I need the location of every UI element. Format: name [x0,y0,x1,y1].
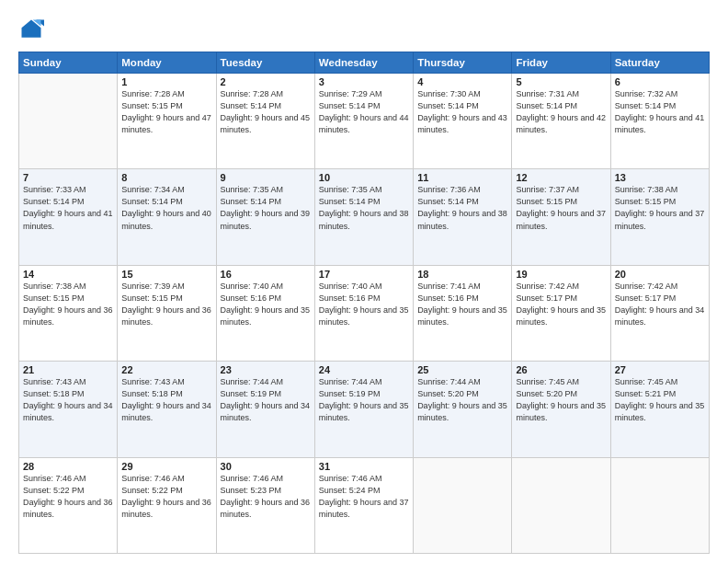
day-cell: 23Sunrise: 7:44 AM Sunset: 5:19 PM Dayli… [216,362,314,457]
day-info: Sunrise: 7:46 AM Sunset: 5:22 PM Dayligh… [121,473,211,521]
day-cell: 14Sunrise: 7:38 AM Sunset: 5:15 PM Dayli… [19,265,118,361]
day-cell: 24Sunrise: 7:44 AM Sunset: 5:19 PM Dayli… [314,362,413,457]
day-number: 16 [221,269,311,280]
day-number: 26 [516,364,606,375]
day-cell: 1Sunrise: 7:28 AM Sunset: 5:15 PM Daylig… [118,74,216,169]
day-number: 18 [417,269,507,280]
day-cell: 10Sunrise: 7:35 AM Sunset: 5:14 PM Dayli… [314,169,413,265]
day-info: Sunrise: 7:44 AM Sunset: 5:19 PM Dayligh… [319,376,409,424]
day-number: 12 [516,172,606,183]
day-number: 31 [319,461,409,472]
day-info: Sunrise: 7:45 AM Sunset: 5:21 PM Dayligh… [615,376,705,424]
day-info: Sunrise: 7:29 AM Sunset: 5:14 PM Dayligh… [319,88,409,136]
day-number: 14 [23,269,113,280]
day-cell [512,457,610,553]
day-number: 5 [516,76,606,87]
day-info: Sunrise: 7:37 AM Sunset: 5:15 PM Dayligh… [516,184,606,232]
week-row: 7Sunrise: 7:33 AM Sunset: 5:14 PM Daylig… [19,169,710,265]
day-info: Sunrise: 7:32 AM Sunset: 5:14 PM Dayligh… [615,88,705,136]
day-info: Sunrise: 7:35 AM Sunset: 5:14 PM Dayligh… [319,184,409,232]
day-cell: 18Sunrise: 7:41 AM Sunset: 5:16 PM Dayli… [414,265,512,361]
day-number: 28 [23,461,113,472]
logo [18,17,48,42]
day-number: 23 [221,364,311,375]
weekday-header: Tuesday [216,52,314,74]
week-row: 14Sunrise: 7:38 AM Sunset: 5:15 PM Dayli… [19,265,710,361]
day-cell: 17Sunrise: 7:40 AM Sunset: 5:16 PM Dayli… [314,265,413,361]
day-number: 10 [319,172,409,183]
day-number: 9 [221,172,311,183]
day-cell: 3Sunrise: 7:29 AM Sunset: 5:14 PM Daylig… [314,74,413,169]
day-cell: 11Sunrise: 7:36 AM Sunset: 5:14 PM Dayli… [414,169,512,265]
day-info: Sunrise: 7:43 AM Sunset: 5:18 PM Dayligh… [121,376,211,424]
day-info: Sunrise: 7:28 AM Sunset: 5:15 PM Dayligh… [121,88,211,136]
day-number: 3 [319,76,409,87]
day-info: Sunrise: 7:40 AM Sunset: 5:16 PM Dayligh… [319,281,409,328]
weekday-header: Sunday [19,52,118,74]
day-info: Sunrise: 7:44 AM Sunset: 5:19 PM Dayligh… [221,376,311,424]
day-cell: 26Sunrise: 7:45 AM Sunset: 5:20 PM Dayli… [512,362,610,457]
weekday-header: Thursday [414,52,512,74]
day-info: Sunrise: 7:39 AM Sunset: 5:15 PM Dayligh… [121,281,211,328]
day-number: 22 [121,364,211,375]
day-info: Sunrise: 7:46 AM Sunset: 5:23 PM Dayligh… [221,473,311,521]
day-cell: 4Sunrise: 7:30 AM Sunset: 5:14 PM Daylig… [414,74,512,169]
logo-icon [18,17,44,42]
day-cell: 12Sunrise: 7:37 AM Sunset: 5:15 PM Dayli… [512,169,610,265]
day-info: Sunrise: 7:46 AM Sunset: 5:22 PM Dayligh… [23,473,113,521]
day-cell: 13Sunrise: 7:38 AM Sunset: 5:15 PM Dayli… [610,169,709,265]
header [18,17,710,42]
day-info: Sunrise: 7:30 AM Sunset: 5:14 PM Dayligh… [417,88,507,136]
day-number: 7 [23,172,113,183]
day-cell: 28Sunrise: 7:46 AM Sunset: 5:22 PM Dayli… [19,457,118,553]
weekday-header: Saturday [610,52,709,74]
day-info: Sunrise: 7:42 AM Sunset: 5:17 PM Dayligh… [516,281,606,328]
day-info: Sunrise: 7:36 AM Sunset: 5:14 PM Dayligh… [417,184,507,232]
week-row: 21Sunrise: 7:43 AM Sunset: 5:18 PM Dayli… [19,362,710,457]
day-number: 20 [615,269,705,280]
day-cell: 27Sunrise: 7:45 AM Sunset: 5:21 PM Dayli… [610,362,709,457]
day-number: 8 [121,172,211,183]
day-cell: 19Sunrise: 7:42 AM Sunset: 5:17 PM Dayli… [512,265,610,361]
day-number: 2 [221,76,311,87]
calendar: SundayMondayTuesdayWednesdayThursdayFrid… [18,52,710,554]
weekday-header: Monday [118,52,216,74]
day-info: Sunrise: 7:34 AM Sunset: 5:14 PM Dayligh… [121,184,211,232]
day-number: 1 [121,76,211,87]
day-number: 11 [417,172,507,183]
day-cell: 22Sunrise: 7:43 AM Sunset: 5:18 PM Dayli… [118,362,216,457]
day-info: Sunrise: 7:35 AM Sunset: 5:14 PM Dayligh… [221,184,311,232]
day-cell: 16Sunrise: 7:40 AM Sunset: 5:16 PM Dayli… [216,265,314,361]
day-number: 30 [221,461,311,472]
day-info: Sunrise: 7:42 AM Sunset: 5:17 PM Dayligh… [615,281,705,328]
day-cell: 5Sunrise: 7:31 AM Sunset: 5:14 PM Daylig… [512,74,610,169]
day-info: Sunrise: 7:40 AM Sunset: 5:16 PM Dayligh… [221,281,311,328]
day-number: 13 [615,172,705,183]
day-info: Sunrise: 7:38 AM Sunset: 5:15 PM Dayligh… [23,281,113,328]
day-number: 4 [417,76,507,87]
week-row: 1Sunrise: 7:28 AM Sunset: 5:15 PM Daylig… [19,74,710,169]
day-number: 21 [23,364,113,375]
day-info: Sunrise: 7:33 AM Sunset: 5:14 PM Dayligh… [23,184,113,232]
day-cell: 6Sunrise: 7:32 AM Sunset: 5:14 PM Daylig… [610,74,709,169]
day-cell: 7Sunrise: 7:33 AM Sunset: 5:14 PM Daylig… [19,169,118,265]
day-number: 19 [516,269,606,280]
day-info: Sunrise: 7:45 AM Sunset: 5:20 PM Dayligh… [516,376,606,424]
day-number: 25 [417,364,507,375]
day-info: Sunrise: 7:43 AM Sunset: 5:18 PM Dayligh… [23,376,113,424]
day-cell [610,457,709,553]
day-cell: 25Sunrise: 7:44 AM Sunset: 5:20 PM Dayli… [414,362,512,457]
day-cell: 21Sunrise: 7:43 AM Sunset: 5:18 PM Dayli… [19,362,118,457]
day-number: 15 [121,269,211,280]
week-row: 28Sunrise: 7:46 AM Sunset: 5:22 PM Dayli… [19,457,710,553]
day-number: 29 [121,461,211,472]
day-cell [414,457,512,553]
day-cell: 29Sunrise: 7:46 AM Sunset: 5:22 PM Dayli… [118,457,216,553]
day-cell: 8Sunrise: 7:34 AM Sunset: 5:14 PM Daylig… [118,169,216,265]
day-info: Sunrise: 7:44 AM Sunset: 5:20 PM Dayligh… [417,376,507,424]
day-info: Sunrise: 7:28 AM Sunset: 5:14 PM Dayligh… [221,88,311,136]
day-number: 6 [615,76,705,87]
weekday-header: Wednesday [314,52,413,74]
day-cell: 30Sunrise: 7:46 AM Sunset: 5:23 PM Dayli… [216,457,314,553]
day-info: Sunrise: 7:38 AM Sunset: 5:15 PM Dayligh… [615,184,705,232]
